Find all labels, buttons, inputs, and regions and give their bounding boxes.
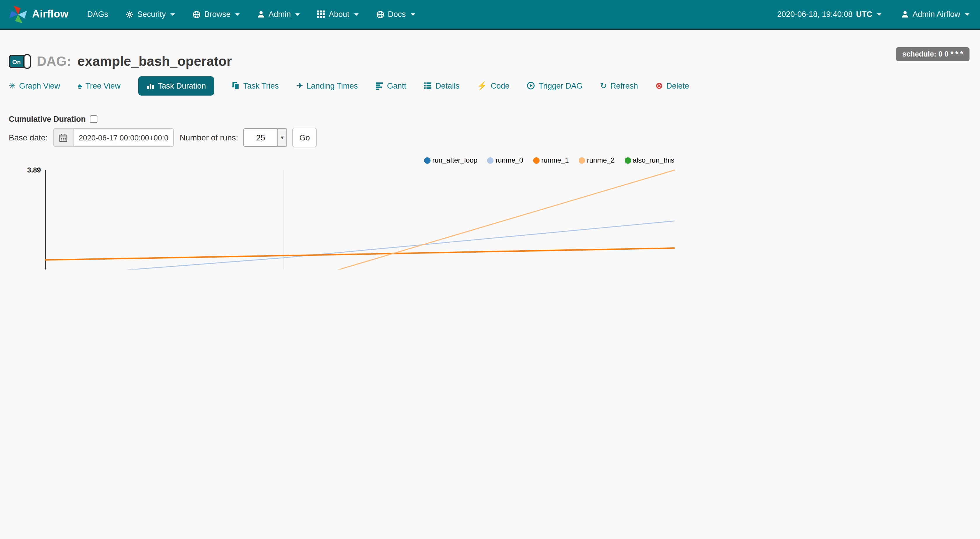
navbar-menu: DAGs Security	[87, 10, 415, 19]
caret-down-icon	[235, 13, 240, 16]
cumulative-duration-row: Cumulative Duration	[9, 115, 97, 124]
user-label: Admin Airflow	[912, 10, 960, 19]
bar-chart-icon	[146, 82, 154, 90]
go-button[interactable]: Go	[293, 128, 317, 147]
tab-task-tries[interactable]: Task Tries	[232, 81, 279, 90]
page-title: example_bash_operator	[78, 54, 232, 69]
top-navbar: Airflow DAGs Security	[0, 0, 980, 30]
number-of-runs-label: Number of runs:	[180, 133, 238, 142]
tab-label: Task Tries	[243, 81, 279, 90]
tab-label: Task Duration	[158, 81, 206, 90]
select-dropdown-arrow-icon: ▼	[277, 129, 287, 146]
tab-task-duration[interactable]: Task Duration	[138, 76, 214, 95]
play-circle-icon	[527, 82, 535, 90]
tab-code[interactable]: ⚡ Code	[477, 81, 509, 90]
caret-down-icon	[296, 13, 300, 16]
dag-header: On DAG: example_bash_operator	[9, 54, 232, 69]
tab-label: Delete	[667, 81, 689, 90]
cumulative-duration-checkbox[interactable]	[90, 116, 97, 123]
toggle-knob	[23, 54, 31, 69]
user-icon	[257, 11, 265, 18]
tab-details[interactable]: Details	[424, 81, 460, 90]
grid-icon	[318, 11, 325, 18]
caret-down-icon	[877, 13, 881, 16]
tab-trigger-dag[interactable]: Trigger DAG	[527, 81, 583, 90]
base-date-label: Base date:	[9, 133, 48, 142]
schedule-badge: schedule: 0 0 * * *	[896, 47, 969, 61]
tab-label: Gantt	[387, 81, 406, 90]
tab-label: Landing Times	[307, 81, 358, 90]
tab-landing-times[interactable]: ✈ Landing Times	[296, 81, 358, 90]
nav-item-browse[interactable]: Browse	[192, 10, 240, 19]
tree-view-icon: ♠	[78, 81, 82, 90]
navbar-right: 2020-06-18, 19:40:08 UTC Admin Airflow	[777, 10, 980, 19]
task-duration-chart: 3.890.6116 Jun 202016 Jun 202017 Jun 202…	[0, 149, 980, 270]
clock-timezone: UTC	[856, 10, 872, 19]
chart-controls-form: Base date: Number of runs: 25 ▼	[9, 128, 317, 147]
tab-label: Trigger DAG	[539, 81, 583, 90]
dag-prefix-label: DAG:	[37, 54, 71, 69]
tab-label: Tree View	[86, 81, 121, 90]
airflow-pinwheel-logo-icon	[8, 4, 28, 24]
tab-label: Details	[436, 81, 460, 90]
svg-text:3.89: 3.89	[27, 166, 41, 174]
tab-label: Code	[491, 81, 509, 90]
airflow-page: Airflow DAGs Security	[0, 0, 980, 270]
graph-view-icon: ✳	[9, 81, 16, 90]
caret-down-icon	[170, 13, 175, 16]
delete-circle-icon: ⊗	[655, 81, 663, 91]
gantt-bars-icon	[375, 82, 383, 90]
tab-label: Refresh	[611, 81, 638, 90]
tab-tree-view[interactable]: ♠ Tree View	[78, 81, 121, 90]
nav-item-security[interactable]: Security	[126, 10, 175, 19]
nav-label: Admin	[268, 10, 291, 19]
nav-item-dags[interactable]: DAGs	[87, 10, 108, 19]
cumulative-duration-label: Cumulative Duration	[9, 115, 86, 124]
refresh-icon: ↻	[600, 81, 607, 90]
globe-icon	[192, 10, 200, 18]
nav-item-docs[interactable]: Docs	[376, 10, 415, 19]
nav-item-admin[interactable]: Admin	[257, 10, 300, 19]
lightning-bolt-icon: ⚡	[477, 81, 487, 90]
tab-gantt[interactable]: Gantt	[375, 81, 406, 90]
nav-label: Docs	[388, 10, 406, 19]
caret-down-icon	[354, 13, 359, 16]
caret-down-icon	[965, 13, 969, 16]
nav-label: DAGs	[87, 10, 108, 19]
clock-text: 2020-06-18, 19:40:08	[777, 10, 853, 19]
toggle-on-label: On	[12, 58, 21, 65]
nav-label: Browse	[204, 10, 231, 19]
runs-selected-value: 25	[244, 129, 277, 146]
base-date-input[interactable]	[73, 128, 174, 147]
tab-graph-view[interactable]: ✳ Graph View	[9, 81, 60, 90]
caret-down-icon	[410, 13, 415, 16]
globe-icon	[376, 10, 384, 18]
copy-pages-icon	[232, 82, 240, 90]
base-date-input-group	[53, 128, 174, 147]
tab-refresh[interactable]: ↻ Refresh	[600, 81, 638, 90]
nav-label: Security	[137, 10, 166, 19]
gear-icon	[126, 10, 134, 18]
user-icon	[901, 11, 909, 18]
number-of-runs-select[interactable]: 25 ▼	[243, 128, 287, 147]
dag-pause-toggle[interactable]: On	[9, 55, 30, 68]
nav-item-about[interactable]: About	[318, 10, 359, 19]
calendar-icon	[53, 128, 73, 147]
plane-icon: ✈	[296, 81, 303, 90]
airflow-brand[interactable]: Airflow	[8, 4, 68, 24]
tab-label: Graph View	[19, 81, 60, 90]
clock-dropdown[interactable]: 2020-06-18, 19:40:08 UTC	[777, 10, 882, 19]
dag-view-tabs: ✳ Graph View ♠ Tree View Task Duration	[9, 74, 689, 97]
list-details-icon	[424, 82, 432, 90]
user-menu[interactable]: Admin Airflow	[901, 10, 969, 19]
brand-label: Airflow	[32, 8, 68, 21]
nav-label: About	[329, 10, 349, 19]
tab-delete[interactable]: ⊗ Delete	[655, 81, 689, 91]
